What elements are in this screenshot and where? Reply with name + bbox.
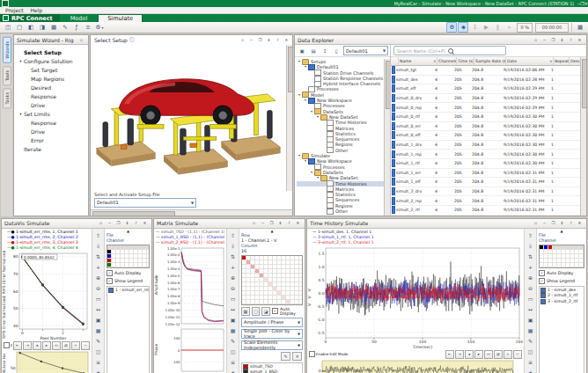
copy-icon[interactable]: ≡ [525, 357, 536, 368]
zoom-window-icon[interactable]: ▭ [227, 294, 239, 304]
help-icon[interactable]: ? [274, 36, 282, 44]
tree-item-other[interactable]: Other [297, 208, 384, 214]
table-row[interactable]: simult_0_eff4205204.89/19/2016 02:30 PM1 [391, 131, 580, 141]
nav-button-2[interactable]: ◂ [465, 350, 474, 359]
export-file-icon[interactable]: ▤ [308, 46, 319, 56]
upload-icon[interactable]: ↥ [320, 46, 330, 56]
dock-icon[interactable]: ▫ [97, 219, 105, 227]
maximize-icon[interactable]: ❐ [268, 219, 276, 227]
close-icon[interactable]: ✕ [294, 219, 302, 227]
phase-chart[interactable]: -1000100 [160, 326, 226, 373]
info-icon[interactable]: ⓘ [129, 37, 135, 43]
wizard-step-drive[interactable]: Drive [16, 101, 86, 110]
overlay-icon[interactable]: ◫ [227, 347, 239, 357]
copy-icon[interactable]: ≡ [227, 357, 239, 368]
table-row[interactable]: simult_1_eff4205204.89/19/2016 02:31 PM1 [391, 178, 580, 187]
nav-button-6[interactable]: + [503, 350, 512, 359]
setup-vertical-scrollbar[interactable] [286, 45, 292, 191]
auto-display-checkbox[interactable]: ✓ [107, 270, 113, 276]
wizard-step-drive[interactable]: Drive [16, 128, 86, 136]
nav-button-4[interactable]: ↔ [52, 341, 61, 350]
add-cursor-icon[interactable]: + [92, 262, 104, 273]
add-cursor-icon[interactable]: + [525, 262, 536, 273]
open-icon[interactable]: ▢ [14, 22, 25, 33]
column-header-date[interactable]: Date▼ [506, 57, 554, 65]
show-legend-checkbox[interactable]: ✓ [107, 278, 113, 284]
paste-icon[interactable]: ▯ [331, 46, 342, 56]
dock-icon[interactable]: ▫ [239, 36, 246, 44]
time-history-chart[interactable]: -1.5-1.0-0.50.00.51.01.5050100150200Time… [313, 245, 523, 349]
diagonal-select-icon[interactable]: ◪ [261, 307, 270, 316]
minimize-icon[interactable]: ─ [540, 219, 548, 227]
side-tab-tasks[interactable]: Tasks [3, 88, 11, 108]
pan-icon[interactable]: ↔ [227, 304, 239, 315]
step-icon[interactable]: » [503, 22, 514, 33]
setup-horizontal-scrollbar[interactable] [91, 209, 292, 216]
maximize-icon[interactable]: ❐ [256, 36, 264, 44]
column-header-repeats[interactable]: Repeats▼ [554, 57, 570, 65]
signature-icon[interactable]: ✎ [60, 22, 70, 33]
workspace-layout-icon[interactable]: ▦ [575, 22, 585, 33]
close-icon[interactable]: ✕ [141, 219, 149, 227]
minimize-icon[interactable]: ─ [247, 36, 255, 44]
pin-icon[interactable]: ↨ [265, 36, 273, 44]
table-row[interactable]: simult_tgt4205204.89/19/2016 02:06 PM1 [391, 66, 580, 76]
trace-list-item[interactable]: 1 - simult_err_rms [108, 288, 148, 294]
layout-vertical-icon[interactable]: ◧ [26, 22, 36, 33]
overlay-icon[interactable]: ◫ [92, 347, 104, 357]
table-row[interactable]: simult_1_rsp4205204.89/19/2016 02:30 PM1 [391, 150, 580, 159]
column-header-times[interactable]: Time (s)▼ [457, 57, 474, 65]
help-icon[interactable]: ? [132, 219, 140, 227]
datavis-chart[interactable]: 405060708002Pass Number0.0000, 85.8542 [8, 251, 91, 340]
apply-icon[interactable]: ✎ [281, 352, 290, 361]
minimize-icon[interactable]: ─ [540, 36, 548, 44]
maximize-icon[interactable]: ❐ [549, 36, 557, 44]
move-down-icon[interactable]: ⇩ [92, 241, 104, 252]
table-row[interactable]: simult_0_rsp4205204.89/19/2016 02:29 PM1 [391, 103, 580, 113]
pan-icon[interactable]: ↔ [92, 304, 104, 315]
trace-list-item[interactable]: 3 - simult_2_rtf [540, 299, 583, 305]
table-row[interactable]: simult_eff4205204.89/19/2016 02:29 PM1 [391, 84, 580, 94]
connect-run-icon[interactable]: ⚙ [446, 22, 457, 33]
save-icon[interactable]: ◫ [3, 22, 13, 33]
close-icon[interactable]: ✕ [576, 36, 584, 44]
help-icon[interactable]: ? [567, 219, 575, 227]
zoom-out-icon[interactable]: ⊖ [92, 283, 104, 294]
nav-button-1[interactable]: ⇥ [455, 350, 464, 359]
table-row[interactable]: simult_1_drv4205204.89/19/2016 02:30 PM1 [391, 141, 580, 150]
layout-grid-icon[interactable]: ▦ [48, 22, 59, 33]
select-all-icon[interactable]: ▦ [241, 307, 250, 316]
nav-button-4[interactable]: ↔ [484, 350, 493, 359]
grid-icon[interactable]: ▦ [227, 325, 239, 336]
swap-traces-icon[interactable]: ⇅ [227, 252, 239, 262]
report-icon[interactable]: ≡ [83, 22, 93, 33]
menu-help[interactable]: Help [31, 7, 43, 13]
wizard-step-response[interactable]: Response [16, 92, 86, 101]
column-header-channels[interactable]: Channels▼ [437, 57, 457, 65]
wizard-step-error[interactable]: Error [16, 136, 86, 145]
matrix-trace-item[interactable]: simult_1_RSD [243, 369, 301, 373]
enable-edit-checkbox[interactable] [309, 351, 315, 357]
help-icon[interactable]: ? [567, 36, 575, 44]
dock-icon[interactable]: ▫ [532, 219, 540, 227]
grid-icon[interactable]: ▦ [92, 325, 104, 336]
column-header-name[interactable]: Name▼ [399, 57, 437, 65]
full-extent-icon[interactable]: ▣ [92, 315, 104, 325]
play-icon[interactable]: ▶ [481, 22, 491, 33]
zoom-in-icon[interactable]: ⊕ [525, 273, 536, 283]
dock-icon[interactable]: ▫ [250, 219, 258, 227]
display-mode-select[interactable]: Amplitude / Phase▼ [241, 318, 303, 327]
grid-header-cell[interactable] [584, 245, 584, 250]
zoom-window-icon[interactable]: ▭ [92, 294, 104, 304]
connect-station-icon[interactable]: ◈ [458, 22, 468, 33]
datavis-overview-chart[interactable]: 5002 [8, 350, 91, 373]
copy-icon[interactable]: ≡ [92, 357, 104, 368]
auto-display-checkbox[interactable]: ✓ [272, 308, 278, 314]
grid-icon[interactable]: ▦ [525, 325, 536, 336]
full-extent-icon[interactable]: ▣ [525, 315, 536, 325]
matrix-element-grid[interactable] [241, 255, 303, 305]
side-tab-wizards[interactable]: Wizards [3, 37, 11, 63]
help-icon[interactable]: ? [285, 219, 293, 227]
pause-icon[interactable]: ‖ [492, 22, 503, 33]
nav-button-3[interactable]: ▸ [42, 341, 51, 350]
